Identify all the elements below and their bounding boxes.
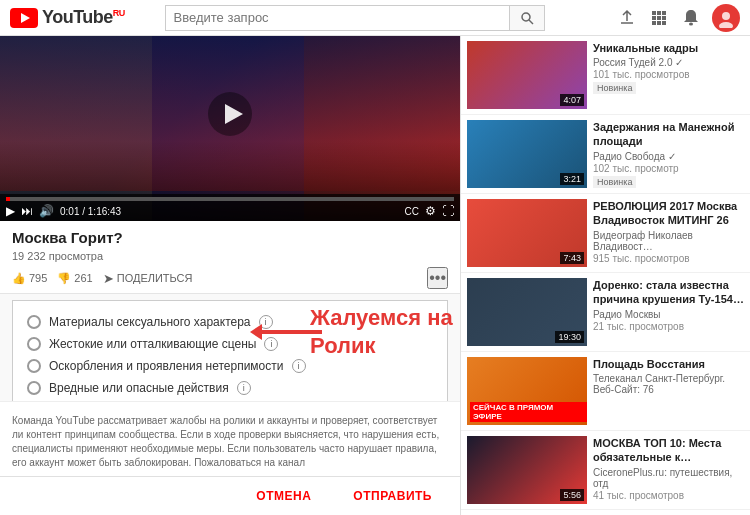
radio-0[interactable] xyxy=(27,315,41,329)
cancel-button[interactable]: ОТМЕНА xyxy=(240,483,327,509)
sidebar-meta-1: 102 тыс. просмотр xyxy=(593,163,744,174)
sidebar-badge-0: Новинка xyxy=(593,82,636,94)
settings-button[interactable]: ⚙ xyxy=(425,204,436,218)
sidebar-title-2: РЕВОЛЮЦИЯ 2017 Москва Владивосток МИТИНГ… xyxy=(593,199,744,228)
svg-rect-9 xyxy=(662,16,666,20)
sidebar-meta-2: 915 тыс. просмотров xyxy=(593,253,744,264)
like-button[interactable]: 👍 795 xyxy=(12,272,47,285)
sidebar-title-4: Площадь Восстания xyxy=(593,357,744,371)
svg-rect-11 xyxy=(657,21,661,25)
video-title: Москва Горит? xyxy=(12,229,448,246)
thumb-container-5: 5:56 xyxy=(467,436,587,504)
dislike-button[interactable]: 👎 261 xyxy=(57,272,92,285)
report-section: Материалы сексуального характера i Жесто… xyxy=(0,294,460,401)
progress-fill xyxy=(6,197,10,201)
svg-rect-7 xyxy=(652,16,656,20)
logo-area: YouTubeRU xyxy=(10,7,125,28)
search-input[interactable] xyxy=(165,5,509,31)
video-player[interactable]: ▶ ⏭ 🔊 0:01 / 1:16:43 CC ⚙ ⛶ xyxy=(0,36,460,221)
fullscreen-button[interactable]: ⛶ xyxy=(442,204,454,218)
sidebar-item[interactable]: 3:21 Задержания на Манежной площади Ради… xyxy=(461,115,750,194)
next-button[interactable]: ⏭ xyxy=(21,204,33,218)
sidebar-item[interactable]: 5:56 МОСКВА ТОП 10: Места обязательные к… xyxy=(461,431,750,510)
play-button[interactable]: ▶ xyxy=(6,204,15,218)
arrow-text: Жалуемся на Ролик xyxy=(310,304,460,359)
sidebar-badge-1: Новинка xyxy=(593,176,636,188)
svg-point-15 xyxy=(719,22,733,28)
submit-button[interactable]: ОТПРАВИТЬ xyxy=(337,483,448,509)
share-label: ПОДЕЛИТЬСЯ xyxy=(117,272,193,284)
svg-point-14 xyxy=(722,12,730,20)
time-display: 0:01 / 1:16:43 xyxy=(60,206,121,217)
header: YouTubeRU xyxy=(0,0,750,36)
dislike-count: 261 xyxy=(74,272,92,284)
svg-point-13 xyxy=(689,22,693,25)
info-icon-2[interactable]: i xyxy=(292,359,306,373)
progress-bar[interactable] xyxy=(6,197,454,201)
main-content: ▶ ⏭ 🔊 0:01 / 1:16:43 CC ⚙ ⛶ Москва Горит… xyxy=(0,36,750,515)
sidebar-channel-5: CiceronePlus.ru: путешествия, отд xyxy=(593,467,744,489)
sidebar: 4:07 Уникальные кадры Россия Тудей 2.0 ✓… xyxy=(460,36,750,515)
video-info: Москва Горит? 19 232 просмотра 👍 795 👎 2… xyxy=(0,221,460,294)
report-footer: Команда YouTube рассматривает жалобы на … xyxy=(0,401,460,476)
report-option[interactable]: Жестокое обращение с детьми i xyxy=(27,399,433,401)
option-label-2: Оскорбления и проявления нетерпимости xyxy=(49,359,284,373)
bell-icon[interactable] xyxy=(680,7,702,29)
thumb-container-3: 19:30 xyxy=(467,278,587,346)
radio-3[interactable] xyxy=(27,381,41,395)
sidebar-channel-1: Радио Свобода ✓ xyxy=(593,151,744,162)
sidebar-info-4: Площадь Восстания Телеканал Санкт-Петерб… xyxy=(593,357,744,425)
sidebar-item[interactable]: 7:43 РЕВОЛЮЦИЯ 2017 Москва Владивосток М… xyxy=(461,194,750,273)
volume-icon[interactable]: 🔊 xyxy=(39,204,54,218)
live-badge-4: СЕЙЧАС В ПРЯМОМ ЭФИРЕ xyxy=(470,402,587,422)
more-button[interactable]: ••• xyxy=(427,267,448,289)
subtitle-button[interactable]: CC xyxy=(405,206,419,217)
sidebar-info-0: Уникальные кадры Россия Тудей 2.0 ✓ 101 … xyxy=(593,41,744,109)
svg-rect-4 xyxy=(652,11,656,15)
sidebar-item[interactable]: 4:07 Уникальные кадры Россия Тудей 2.0 ✓… xyxy=(461,36,750,115)
search-bar xyxy=(165,5,545,31)
sidebar-item[interactable]: 54:11 Екатерина Шульман, Евгения Альбац … xyxy=(461,510,750,515)
sidebar-channel-4: Телеканал Санкт-Петербург. Веб-Сайт: 76 xyxy=(593,373,744,395)
report-option[interactable]: Вредные или опасные действия i xyxy=(27,377,433,399)
option-label-3: Вредные или опасные действия xyxy=(49,381,229,395)
radio-1[interactable] xyxy=(27,337,41,351)
sidebar-info-3: Доренко: стала известна причина крушения… xyxy=(593,278,744,346)
sidebar-channel-0: Россия Тудей 2.0 ✓ xyxy=(593,57,744,68)
video-views: 19 232 просмотра xyxy=(12,250,448,262)
sidebar-meta-0: 101 тыс. просмотров xyxy=(593,69,744,80)
arrow-head xyxy=(250,324,262,340)
like-count: 795 xyxy=(29,272,47,284)
sidebar-meta-5: 41 тыс. просмотров xyxy=(593,490,744,501)
radio-2[interactable] xyxy=(27,359,41,373)
thumbs-down-icon: 👎 xyxy=(57,272,71,285)
sidebar-channel-3: Радио Москвы xyxy=(593,309,744,320)
search-button[interactable] xyxy=(509,5,545,31)
sidebar-item[interactable]: 19:30 Доренко: стала известна причина кр… xyxy=(461,273,750,352)
footer-text: Команда YouTube рассматривает жалобы на … xyxy=(12,414,448,476)
svg-rect-8 xyxy=(657,16,661,20)
svg-line-3 xyxy=(529,20,533,24)
sidebar-info-1: Задержания на Манежной площади Радио Сво… xyxy=(593,120,744,188)
info-icon-3[interactable]: i xyxy=(237,381,251,395)
svg-rect-6 xyxy=(662,11,666,15)
apps-icon[interactable] xyxy=(648,7,670,29)
thumb-duration: 4:07 xyxy=(560,94,584,106)
sidebar-title-0: Уникальные кадры xyxy=(593,41,744,55)
avatar[interactable] xyxy=(712,4,740,32)
controls-row: ▶ ⏭ 🔊 0:01 / 1:16:43 CC ⚙ ⛶ xyxy=(6,204,454,218)
share-button[interactable]: ➤ ПОДЕЛИТЬСЯ xyxy=(103,271,193,286)
share-icon: ➤ xyxy=(103,271,114,286)
logo-ru: RU xyxy=(113,8,125,18)
right-controls: CC ⚙ ⛶ xyxy=(405,204,454,218)
report-buttons: ОТМЕНА ОТПРАВИТЬ xyxy=(0,476,460,515)
option-label-0: Материалы сексуального характера xyxy=(49,315,251,329)
youtube-logo-icon xyxy=(10,8,38,28)
thumb-container-0: 4:07 xyxy=(467,41,587,109)
upload-icon[interactable] xyxy=(616,7,638,29)
sidebar-meta-3: 21 тыс. просмотров xyxy=(593,321,744,332)
thumb-container-1: 3:21 xyxy=(467,120,587,188)
option-label-1: Жестокие или отталкивающие сцены xyxy=(49,337,256,351)
sidebar-info-2: РЕВОЛЮЦИЯ 2017 Москва Владивосток МИТИНГ… xyxy=(593,199,744,267)
sidebar-item[interactable]: СЕЙЧАС В ПРЯМОМ ЭФИРЕ Площадь Восстания … xyxy=(461,352,750,431)
